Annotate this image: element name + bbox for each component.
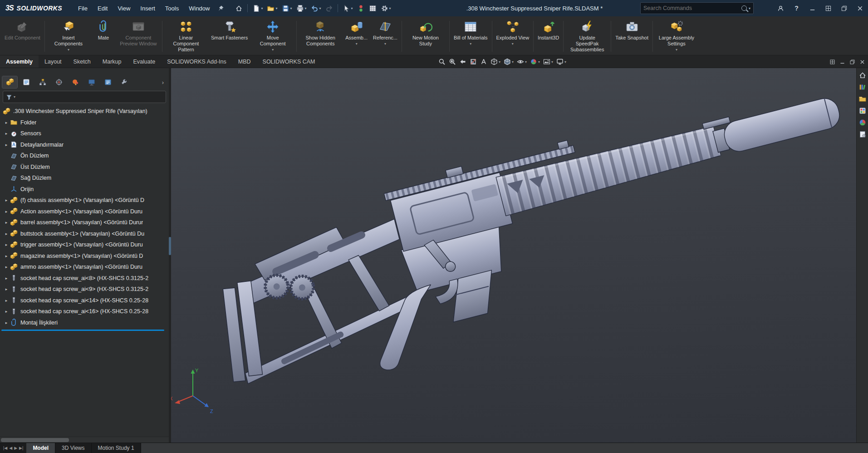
user-account-button[interactable] <box>773 0 789 16</box>
move-component-button[interactable]: Move Component ▾ <box>250 18 295 54</box>
solidworks-resources-tab[interactable] <box>858 70 868 80</box>
hide-show-items-button[interactable]: ▾ <box>517 58 527 65</box>
tab-mbd[interactable]: MBD <box>232 55 257 68</box>
linear-component-pattern-button[interactable]: Linear Component Pattern ▾ <box>164 18 208 54</box>
tree-item-top-plane[interactable]: Üst Düzlem <box>0 162 169 173</box>
chevron-down-icon[interactable]: ▾ <box>676 48 677 52</box>
expand-arrow-icon[interactable]: ▸ <box>3 298 10 303</box>
update-speedpak-button[interactable]: Update SpeedPak Subassemblies <box>565 18 609 54</box>
tree-item-magazine-assembly[interactable]: ▸ magazine assembly<1> (Varsayılan) <Gör… <box>0 251 169 262</box>
tree-item-barrel-assembly[interactable]: ▸ barrel assembly<1> (Varsayılan) <Görün… <box>0 217 169 228</box>
insert-components-button[interactable]: Insert Components ▾ <box>46 18 91 54</box>
view-orientation-button[interactable]: ▾ <box>490 58 500 65</box>
tree-horizontal-scrollbar[interactable] <box>0 437 169 443</box>
assembly-features-button[interactable]: Assemb... ▾ <box>343 18 370 54</box>
tree-item-ammo-assembly[interactable]: ▸ ammo assembly<1> (Varsayılan) <Görüntü… <box>0 261 169 273</box>
tab-assembly[interactable]: Assembly <box>0 55 39 68</box>
chevron-down-icon[interactable]: ▾ <box>356 42 358 46</box>
appearances-scenes-tab[interactable] <box>858 118 868 128</box>
expand-arrow-icon[interactable]: ▸ <box>3 276 10 281</box>
search-input[interactable] <box>643 5 740 11</box>
propertymanager-tab[interactable] <box>19 76 34 88</box>
graphics-viewport[interactable]: X Y Z <box>171 68 856 443</box>
tree-item-mates[interactable]: ▸ Montaj İlişkileri <box>0 317 169 329</box>
tree-item-front-plane[interactable]: Ön Düzlem <box>0 150 169 162</box>
bill-of-materials-button[interactable]: Bill of Materials ▾ <box>451 18 490 54</box>
menu-window[interactable]: Window <box>184 3 215 14</box>
rollback-bar[interactable] <box>1 330 164 331</box>
help-button[interactable]: ? <box>789 0 804 16</box>
tab-scroll-last-icon[interactable]: ▶| <box>19 446 23 450</box>
expand-arrow-icon[interactable]: ▸ <box>3 254 10 258</box>
tab-scroll-prev-icon[interactable]: ◀ <box>9 446 12 450</box>
tab-sketch[interactable]: Sketch <box>68 55 97 68</box>
tree-item-annotations[interactable]: ▸ Detaylandırmalar <box>0 139 169 151</box>
file-explorer-tab[interactable] <box>858 94 868 104</box>
tree-filter[interactable]: ▾ <box>3 91 166 103</box>
previous-view-button[interactable] <box>459 58 466 65</box>
layout-panes-button[interactable] <box>820 0 836 16</box>
tree-item-chassis-assembly[interactable]: ▸ (f) chassis assembly<1> (Varsayılan) <… <box>0 195 169 206</box>
chevron-down-icon[interactable]: ▾ <box>749 6 750 10</box>
undo-button[interactable]: ▾ <box>309 2 323 14</box>
doc-minimize-button[interactable] <box>839 59 845 65</box>
apply-scene-button[interactable]: ▾ <box>543 58 553 65</box>
new-motion-study-button[interactable]: New Motion Study <box>403 18 448 54</box>
menu-insert[interactable]: Insert <box>135 3 160 14</box>
redo-button[interactable] <box>324 2 335 14</box>
tree-item-folder[interactable]: ▸ Folder <box>0 117 169 128</box>
expand-arrow-icon[interactable]: ▸ <box>3 265 10 269</box>
tree-item-root-assembly[interactable]: .308 Winchester Suppressed Sniper Rife (… <box>0 106 169 117</box>
expand-arrow-icon[interactable]: ▸ <box>3 143 10 147</box>
tab-solidworks-add-ins[interactable]: SOLIDWORKS Add-Ins <box>161 55 232 68</box>
take-snapshot-button[interactable]: Take Snapshot <box>613 18 651 54</box>
tab-layout[interactable]: Layout <box>39 55 68 68</box>
select-cursor-button[interactable]: ▾ <box>341 2 355 14</box>
menu-tools[interactable]: Tools <box>160 3 184 14</box>
view-palette-tab[interactable] <box>858 106 868 116</box>
tree-item-buttstock-assembly[interactable]: ▸ buttstock assembly<1> (Varsayılan) <Gö… <box>0 228 169 240</box>
doc-restore-button[interactable] <box>849 59 855 65</box>
tree-item-action-assembly[interactable]: ▸ Action assembly<1> (Varsayılan) <Görün… <box>0 206 169 217</box>
cam-tools-tab[interactable] <box>117 76 132 88</box>
pin-menu-icon[interactable] <box>217 5 224 12</box>
display-style-button[interactable]: ▾ <box>504 58 514 65</box>
rebuild-button[interactable] <box>355 2 367 14</box>
expand-arrow-icon[interactable]: ▸ <box>3 309 10 314</box>
chevron-down-icon[interactable]: ▾ <box>384 42 386 46</box>
home-button[interactable] <box>233 2 245 14</box>
rifle-assembly[interactable] <box>196 73 856 408</box>
section-view-button[interactable] <box>470 58 477 65</box>
scrollbar-thumb[interactable] <box>1 438 69 442</box>
expand-arrow-icon[interactable]: ▸ <box>3 320 10 325</box>
chevron-down-icon[interactable]: ▾ <box>68 48 69 52</box>
mate-button[interactable]: Mate <box>91 18 116 54</box>
doc-close-button[interactable] <box>859 59 865 65</box>
edit-component-button[interactable]: Edit Component <box>2 18 43 54</box>
zoom-to-area-button[interactable] <box>449 58 456 65</box>
search-icon[interactable] <box>741 5 747 11</box>
minimize-button[interactable] <box>804 0 820 16</box>
menu-view[interactable]: View <box>113 3 135 14</box>
design-library-tab[interactable] <box>858 82 868 92</box>
show-hidden-components-button[interactable]: Show Hidden Components <box>298 18 343 54</box>
expand-arrow-icon[interactable]: ▸ <box>3 198 10 202</box>
expand-arrow-icon[interactable]: ▸ <box>3 287 10 291</box>
cam-operation-tree-tab[interactable] <box>100 76 115 88</box>
featuremanager-tree-tab[interactable] <box>2 76 17 88</box>
zoom-to-fit-button[interactable] <box>438 58 446 65</box>
displaymanager-tab[interactable] <box>68 76 83 88</box>
smart-fasteners-button[interactable]: Smart Fasteners <box>208 18 250 54</box>
tab-motion-study-1[interactable]: Motion Study 1 <box>92 443 141 453</box>
close-button[interactable] <box>852 0 868 16</box>
edit-appearance-button[interactable]: ▾ <box>530 58 540 65</box>
exploded-view-button[interactable]: Exploded View ▾ <box>494 18 532 54</box>
tab-scroll-next-icon[interactable]: ▶ <box>14 446 17 450</box>
command-search[interactable]: ▾ <box>640 2 754 14</box>
tab-evaluate[interactable]: Evaluate <box>128 55 162 68</box>
annotation-view-button[interactable] <box>480 58 487 65</box>
chevron-down-icon[interactable]: ▾ <box>14 95 15 99</box>
tab-markup[interactable]: Markup <box>97 55 128 68</box>
large-assembly-settings-button[interactable]: Large Assembly Settings ▾ <box>654 18 699 54</box>
doc-panes-button[interactable] <box>829 59 835 65</box>
